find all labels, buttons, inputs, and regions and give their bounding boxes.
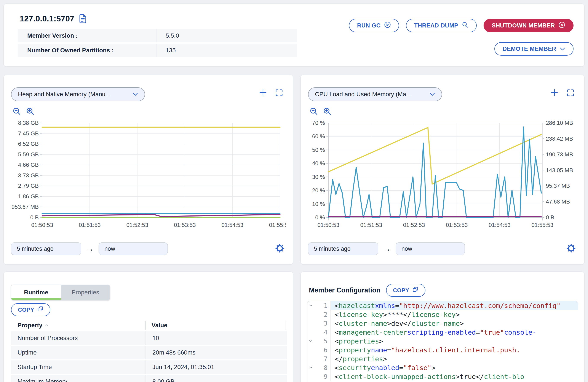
svg-text:01:52:53: 01:52:53 [403, 222, 425, 228]
metric-select-left-label: Heap and Native Memory (Manu... [18, 91, 110, 98]
cpu-memory-chart[interactable]: 70 %60 %50 %40 %30 %20 %10 %0 %286.10 MB… [307, 119, 577, 229]
value-cell: Jun 14, 2024, 01:35:01 [145, 360, 287, 374]
tab-properties[interactable]: Properties [61, 285, 110, 300]
x-circle-icon [558, 22, 565, 30]
line-number: 3 [314, 320, 331, 327]
code-text: </properties> [331, 354, 578, 363]
copy-runtime-button[interactable]: COPY [11, 303, 50, 316]
metric-select-left[interactable]: Heap and Native Memory (Manu... [11, 87, 145, 101]
gear-icon[interactable] [275, 244, 284, 254]
svg-text:7.45 GB: 7.45 GB [18, 130, 39, 137]
code-text: <security enabled="false"> [331, 363, 578, 372]
value-cell: 8.00 GB [145, 375, 287, 382]
line-number: 4 [314, 329, 331, 336]
code-line: 9 <client-block-unmapped-actions>true</c… [307, 372, 578, 381]
add-chart-icon[interactable] [259, 89, 267, 98]
info-value: 135 [157, 44, 297, 57]
fullscreen-icon[interactable] [567, 89, 574, 98]
line-number: 5 [314, 337, 331, 345]
info-label: Member Version : [18, 32, 157, 39]
svg-text:01:55:53: 01:55:53 [269, 222, 286, 228]
zoom-out-icon[interactable] [12, 107, 21, 117]
code-text: <properties> [331, 337, 578, 345]
member-actions: RUN GC THREAD DUMP SHUTDOWN MEMBER [349, 19, 573, 56]
time-to-input[interactable] [396, 243, 465, 255]
fold-chevron-icon[interactable] [307, 304, 314, 307]
svg-text:953.67 MB: 953.67 MB [11, 203, 39, 210]
column-separator[interactable] [286, 321, 286, 330]
info-value: 5.5.0 [157, 29, 297, 42]
code-text: <property name="hazelcast.client.interna… [331, 345, 578, 354]
time-from-input[interactable] [308, 243, 378, 255]
gear-icon[interactable] [567, 244, 576, 254]
fold-chevron-icon[interactable] [307, 366, 314, 369]
svg-text:01:51:53: 01:51:53 [360, 222, 382, 228]
time-from-input[interactable] [11, 243, 81, 255]
value-cell: 10 [145, 331, 287, 345]
fullscreen-icon[interactable] [275, 89, 283, 98]
time-to-input[interactable] [99, 243, 168, 255]
zoom-in-icon[interactable] [26, 107, 35, 117]
demote-member-button[interactable]: DEMOTE MEMBER [494, 42, 573, 56]
table-row: Number of Processors 10 [11, 331, 287, 345]
code-text: <license-key>****</license-key> [331, 310, 578, 319]
info-row: Number Of Owned Partitions : 135 [18, 44, 297, 57]
sort-asc-icon [45, 324, 48, 326]
document-icon[interactable] [79, 14, 87, 24]
svg-text:70 %: 70 % [312, 120, 325, 126]
copy-config-button[interactable]: COPY [386, 284, 425, 297]
cpu-memory-panel: CPU Load and Used Memory (Ma... 70 %60 %… [300, 75, 585, 265]
line-number: 6 [314, 346, 331, 354]
add-chart-icon[interactable] [550, 89, 558, 98]
runtime-table: Property Value Number of Processors 10 U… [11, 320, 287, 382]
metric-select-right[interactable]: CPU Load and Used Memory (Ma... [308, 87, 442, 101]
arrow-right-icon: → [383, 245, 391, 253]
metric-select-right-label: CPU Load and Used Memory (Ma... [315, 91, 411, 98]
code-line: 5 <properties> [307, 337, 578, 345]
zoom-in-icon[interactable] [323, 107, 332, 117]
svg-text:190.73 MB: 190.73 MB [546, 151, 573, 158]
tab-runtime[interactable]: Runtime [11, 285, 61, 300]
runtime-tabs: Runtime Properties [11, 285, 110, 300]
svg-text:40 %: 40 % [312, 160, 325, 167]
svg-text:6.52 GB: 6.52 GB [18, 141, 39, 147]
table-row: Startup Time Jun 14, 2024, 01:35:01 [11, 360, 287, 374]
svg-text:01:55:53: 01:55:53 [531, 222, 553, 228]
property-cell: Uptime [11, 349, 145, 356]
code-line: 7 </properties> [307, 354, 578, 363]
column-header-property[interactable]: Property [11, 322, 145, 329]
fold-chevron-icon[interactable] [307, 340, 314, 342]
zoom-out-icon[interactable] [309, 107, 318, 117]
code-text: <client-block-unmapped-actions>true</cli… [331, 372, 578, 381]
code-line: 1 <hazelcast xmlns="http://www.hazelcast… [307, 301, 578, 310]
copy-icon [412, 286, 419, 294]
shutdown-member-button[interactable]: SHUTDOWN MEMBER [483, 19, 573, 32]
column-separator[interactable] [145, 321, 146, 330]
line-number: 7 [314, 355, 331, 362]
svg-text:01:51:53: 01:51:53 [79, 222, 101, 228]
code-line: 6 <property name="hazelcast.client.inter… [307, 345, 578, 354]
member-summary-card: 127.0.0.1:5707 Member Version : 5.5.0 Nu… [3, 3, 585, 67]
svg-text:01:50:53: 01:50:53 [317, 222, 339, 228]
property-cell: Maximum Memory [11, 378, 145, 382]
run-gc-button[interactable]: RUN GC [349, 19, 399, 32]
runtime-panel: Runtime Properties COPY Property Value [3, 271, 293, 382]
svg-text:0 B: 0 B [30, 214, 39, 221]
line-number: 9 [314, 373, 331, 380]
config-code-editor[interactable]: 1 <hazelcast xmlns="http://www.hazelcast… [307, 301, 578, 382]
svg-text:95.37 MB: 95.37 MB [546, 182, 570, 189]
column-header-value[interactable]: Value [145, 322, 287, 329]
heap-native-memory-chart[interactable]: 8.38 GB7.45 GB6.52 GB5.59 GB4.66 GB3.73 … [10, 119, 286, 229]
thread-dump-button[interactable]: THREAD DUMP [406, 19, 477, 32]
svg-text:50 %: 50 % [312, 147, 325, 153]
code-text: <cluster-name>dev</cluster-name> [331, 319, 578, 328]
chevron-down-icon [132, 91, 138, 98]
search-icon [462, 22, 468, 30]
runtime-table-body: Number of Processors 10 Uptime 20m 48s 6… [11, 331, 287, 382]
runtime-table-header: Property Value [11, 320, 287, 330]
value-cell: 20m 48s 660ms [145, 346, 287, 359]
svg-text:01:53:53: 01:53:53 [446, 222, 468, 228]
copy-icon [37, 306, 43, 314]
svg-text:20 %: 20 % [312, 187, 325, 194]
info-row: Member Version : 5.5.0 [18, 29, 297, 42]
